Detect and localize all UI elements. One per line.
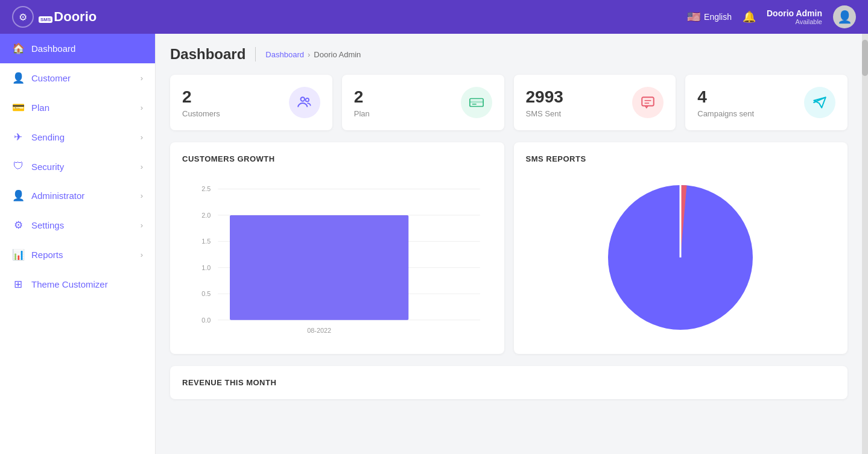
main-content: Dashboard Dashboard › Doorio Admin 2 Cus… [156, 34, 862, 454]
chart-title: CUSTOMERS GROWTH [182, 154, 492, 163]
stat-number: 2 [182, 87, 220, 107]
svg-rect-21 [230, 215, 408, 320]
stat-card-sms: 2993 SMS Sent [514, 75, 676, 130]
page-header: Dashboard Dashboard › Doorio Admin [170, 46, 847, 63]
svg-rect-5 [642, 97, 654, 106]
chevron-right-icon: › [141, 162, 143, 171]
stat-card-plan: 2 Plan [342, 75, 504, 130]
chevron-right-icon: › [141, 133, 143, 142]
customer-icon: 👤 [12, 72, 24, 84]
breadcrumb-home[interactable]: Dashboard [265, 50, 304, 59]
sms-reports-title: SMS REPORTS [526, 154, 836, 163]
chevron-right-icon: › [141, 74, 143, 83]
scrollbar-thumb[interactable] [862, 40, 868, 76]
plan-icon: 💳 [12, 101, 24, 114]
chevron-right-icon: › [141, 103, 143, 112]
logo-sms-badge: SMS [39, 16, 52, 23]
pie-chart-area [526, 173, 836, 342]
sidebar-item-sending[interactable]: ✈ Sending › [0, 122, 155, 152]
svg-text:1.5: 1.5 [201, 238, 211, 245]
sidebar-item-label: Customer [31, 73, 71, 83]
stat-card-customers: 2 Customers [170, 75, 332, 130]
sidebar-item-label: Plan [31, 102, 49, 113]
scrollbar[interactable] [862, 34, 868, 454]
bar-chart-svg: 2.5 2.0 1.5 1.0 0.5 0.0 08-2022 [182, 173, 492, 342]
svg-text:0.0: 0.0 [201, 317, 211, 324]
logo-text: SMSDoorio [39, 9, 97, 25]
breadcrumb-current: Doorio Admin [314, 50, 361, 59]
sidebar: 🏠 Dashboard 👤 Customer › 💳 Plan › ✈ Send… [0, 34, 156, 454]
avatar[interactable]: 👤 [833, 5, 856, 28]
plan-icon [469, 96, 484, 109]
sidebar-item-security[interactable]: 🛡 Security › [0, 152, 155, 181]
logo-area: ⚙ SMSDoorio [12, 6, 97, 28]
svg-text:2.0: 2.0 [201, 212, 211, 219]
top-header: ⚙ SMSDoorio 🇺🇸 English 🔔 Doorio Admin Av… [0, 0, 868, 34]
sidebar-item-label: Theme Customizer [31, 279, 108, 289]
stat-label: Plan [354, 109, 370, 118]
stats-row: 2 Customers 2 Plan [170, 75, 847, 130]
language-label: English [704, 12, 732, 22]
revenue-card: REVENUE THIS MONTH [170, 366, 847, 399]
chevron-right-icon: › [141, 250, 143, 259]
sidebar-item-theme[interactable]: ⊞ Theme Customizer [0, 270, 155, 299]
sidebar-item-dashboard[interactable]: 🏠 Dashboard [0, 34, 155, 63]
stat-card-campaigns: 4 Campaigns sent [685, 75, 847, 130]
sidebar-item-reports[interactable]: 📊 Reports › [0, 240, 155, 270]
customers-icon-wrap [289, 87, 320, 118]
sms-reports-card: SMS REPORTS [514, 142, 848, 354]
administrator-icon: 👤 [12, 189, 24, 202]
user-status: Available [767, 18, 822, 25]
sms-icon [640, 95, 656, 110]
sms-icon-wrap [632, 87, 664, 118]
settings-circle-icon: ⚙ [12, 6, 34, 28]
theme-icon: ⊞ [12, 278, 24, 291]
svg-text:08-2022: 08-2022 [307, 327, 331, 334]
svg-text:0.5: 0.5 [201, 290, 211, 297]
stat-number: 4 [697, 87, 754, 107]
customers-icon [297, 95, 312, 110]
stat-label: Customers [182, 109, 220, 118]
stat-label: Campaigns sent [697, 109, 754, 118]
customers-growth-card: CUSTOMERS GROWTH 2.5 2.0 1.5 [170, 142, 504, 354]
breadcrumb-chevron-icon: › [308, 50, 310, 59]
sidebar-item-settings[interactable]: ⚙ Settings › [0, 210, 155, 240]
sidebar-item-label: Security [31, 162, 64, 172]
security-icon: 🛡 [12, 160, 24, 172]
svg-point-1 [305, 98, 308, 101]
stat-label: SMS Sent [526, 109, 563, 118]
campaigns-icon [812, 95, 828, 110]
settings-icon: ⚙ [12, 219, 24, 232]
sidebar-item-label: Sending [31, 132, 65, 142]
user-info: Doorio Admin Available [767, 8, 822, 25]
svg-point-0 [300, 97, 305, 101]
sidebar-item-customer[interactable]: 👤 Customer › [0, 63, 155, 93]
charts-row: CUSTOMERS GROWTH 2.5 2.0 1.5 [170, 142, 847, 354]
sidebar-item-label: Administrator [31, 191, 84, 201]
language-selector[interactable]: 🇺🇸 English [687, 10, 732, 24]
breadcrumb: Dashboard › Doorio Admin [265, 50, 361, 59]
sidebar-item-plan[interactable]: 💳 Plan › [0, 93, 155, 122]
chevron-right-icon: › [141, 221, 143, 230]
breadcrumb-separator [255, 47, 256, 61]
campaigns-icon-wrap [804, 87, 835, 118]
plan-icon-wrap [461, 87, 492, 118]
sidebar-item-label: Dashboard [31, 43, 75, 54]
sidebar-item-label: Reports [31, 250, 63, 260]
header-right: 🇺🇸 English 🔔 Doorio Admin Available 👤 [687, 5, 856, 28]
reports-icon: 📊 [12, 248, 24, 261]
sidebar-item-label: Settings [31, 220, 64, 230]
svg-rect-3 [469, 101, 483, 103]
pie-chart-svg [596, 173, 765, 342]
chevron-right-icon: › [141, 191, 143, 200]
sending-icon: ✈ [12, 131, 24, 143]
sidebar-item-administrator[interactable]: 👤 Administrator › [0, 181, 155, 210]
user-name: Doorio Admin [767, 8, 822, 18]
svg-text:1.0: 1.0 [201, 264, 211, 271]
stat-number: 2 [354, 87, 370, 107]
svg-text:2.5: 2.5 [201, 185, 211, 192]
home-icon: 🏠 [12, 42, 24, 55]
notification-icon[interactable]: 🔔 [743, 10, 756, 24]
revenue-title: REVENUE THIS MONTH [182, 378, 835, 387]
stat-number: 2993 [526, 87, 563, 107]
